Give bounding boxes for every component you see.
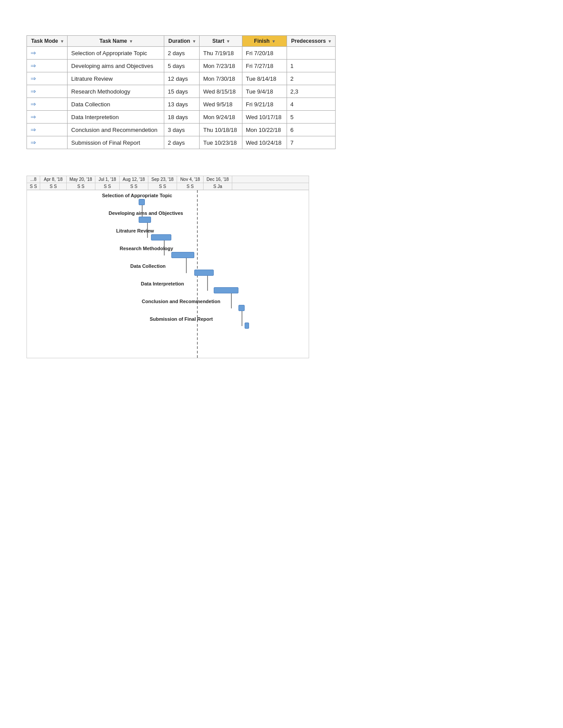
gantt-bar <box>171 252 194 258</box>
gantt-bar <box>245 323 249 329</box>
predecessors-cell: 5 <box>287 111 335 124</box>
col-header-taskMode: Task Mode ▾ <box>27 36 68 47</box>
finish-cell: Wed 10/24/18 <box>242 136 287 149</box>
gantt-bar <box>238 305 245 311</box>
col-header-finish: Finish ▾ <box>242 36 287 47</box>
gantt-task-label: Data Interpretetion <box>141 281 184 286</box>
gantt-sub-header: S S <box>148 183 177 190</box>
finish-cell: Fri 9/21/18 <box>242 98 287 111</box>
gantt-task-label: Conclusion and Recommendetion <box>142 299 220 304</box>
start-cell: Mon 7/23/18 <box>200 60 242 72</box>
gantt-date-header: Apr 8, '18 <box>40 176 67 183</box>
task-name-cell: Conclusion and Recommendetion <box>68 124 164 136</box>
gantt-date-header: Jul 1, '18 <box>95 176 120 183</box>
task-mode-icon: ⇒ <box>30 100 36 108</box>
gantt-area: Selection of Appropriate TopicDeveloping… <box>27 190 309 358</box>
gantt-header-dates: ...8Apr 8, '18May 20, '18Jul 1, '18Aug 1… <box>27 176 309 183</box>
finish-cell: Mon 10/22/18 <box>242 124 287 136</box>
gantt-date-header: ...8 <box>27 176 40 183</box>
gantt-sub-header: S S <box>177 183 204 190</box>
table-row: ⇒Developing aims and Objectives5 daysMon… <box>27 60 336 72</box>
table-row: ⇒Research Methodology15 daysWed 8/15/18T… <box>27 85 336 98</box>
finish-cell: Fri 7/27/18 <box>242 60 287 72</box>
gantt-connector <box>207 276 208 291</box>
task-name-cell: Submission of Final Report <box>68 136 164 149</box>
task-mode-cell: ⇒ <box>27 47 68 60</box>
gantt-date-header: Nov 4, '18 <box>177 176 204 183</box>
gantt-sub-header: S S <box>95 183 120 190</box>
task-mode-cell: ⇒ <box>27 72 68 85</box>
start-cell: Thu 10/18/18 <box>200 124 242 136</box>
task-mode-cell: ⇒ <box>27 60 68 72</box>
gantt-bar <box>194 270 214 276</box>
finish-cell: Tue 8/14/18 <box>242 72 287 85</box>
task-name-cell: Data Collection <box>68 98 164 111</box>
gantt-date-header: Dec 16, '18 <box>204 176 232 183</box>
start-cell: Tue 10/23/18 <box>200 136 242 149</box>
col-header-predecessors: Predecessors ▾ <box>287 36 335 47</box>
task-mode-icon: ⇒ <box>30 126 36 134</box>
task-mode-cell: ⇒ <box>27 124 68 136</box>
gantt-bar <box>139 217 151 223</box>
gantt-bar <box>151 234 171 240</box>
start-cell: Wed 9/5/18 <box>200 98 242 111</box>
gantt-task-label: Submission of Final Report <box>150 316 213 322</box>
finish-cell: Tue 9/4/18 <box>242 85 287 98</box>
duration-cell: 5 days <box>164 60 200 72</box>
gantt-sub-header: S S <box>120 183 148 190</box>
gantt-sub-header: S S <box>40 183 67 190</box>
gantt-sub-header: S S <box>67 183 95 190</box>
gantt-date-header: Sep 23, '18 <box>148 176 177 183</box>
duration-cell: 3 days <box>164 124 200 136</box>
task-mode-icon: ⇒ <box>30 75 36 83</box>
task-mode-cell: ⇒ <box>27 85 68 98</box>
gantt-chart: ...8Apr 8, '18May 20, '18Jul 1, '18Aug 1… <box>26 176 309 358</box>
task-name-cell: Selection of Appropriate Topic <box>68 47 164 60</box>
task-mode-icon: ⇒ <box>30 49 36 57</box>
start-cell: Mon 9/24/18 <box>200 111 242 124</box>
predecessors-cell: 1 <box>287 60 335 72</box>
start-cell: Wed 8/15/18 <box>200 85 242 98</box>
duration-cell: 13 days <box>164 98 200 111</box>
gantt-sub-header: S Ja <box>204 183 232 190</box>
gantt-date-header: Aug 12, '18 <box>120 176 148 183</box>
task-name-cell: Developing aims and Objectives <box>68 60 164 72</box>
gantt-task-label: Selection of Appropriate Topic <box>102 193 172 198</box>
gantt-task-label: Litrature Review <box>116 228 154 233</box>
task-mode-cell: ⇒ <box>27 98 68 111</box>
col-header-duration: Duration ▾ <box>164 36 200 47</box>
project-table: Task Mode ▾Task Name ▾Duration ▾Start ▾F… <box>26 35 336 149</box>
task-mode-icon: ⇒ <box>30 87 36 95</box>
predecessors-cell: 4 <box>287 98 335 111</box>
gantt-connector <box>242 311 242 326</box>
duration-cell: 12 days <box>164 72 200 85</box>
table-row: ⇒Data Collection13 daysWed 9/5/18Fri 9/2… <box>27 98 336 111</box>
task-mode-icon: ⇒ <box>30 139 36 146</box>
gantt-task-label: Developing aims and Objectives <box>109 210 183 216</box>
predecessors-cell: 2 <box>287 72 335 85</box>
duration-cell: 2 days <box>164 47 200 60</box>
task-mode-icon: ⇒ <box>30 62 36 70</box>
gantt-bar <box>214 287 238 293</box>
gantt-task-label: Research Methodology <box>120 246 173 251</box>
gantt-task-label: Data Collection <box>130 263 166 269</box>
table-header-row: Task Mode ▾Task Name ▾Duration ▾Start ▾F… <box>27 36 336 47</box>
task-name-cell: Research Methodology <box>68 85 164 98</box>
col-header-start: Start ▾ <box>200 36 242 47</box>
duration-cell: 15 days <box>164 85 200 98</box>
duration-cell: 18 days <box>164 111 200 124</box>
table-row: ⇒Selection of Appropriate Topic2 daysThu… <box>27 47 336 60</box>
start-cell: Thu 7/19/18 <box>200 47 242 60</box>
table-body: ⇒Selection of Appropriate Topic2 daysThu… <box>27 47 336 149</box>
predecessors-cell: 2,3 <box>287 85 335 98</box>
gantt-bar <box>139 199 145 205</box>
table-row: ⇒Conclusion and Recommendetion3 daysThu … <box>27 124 336 136</box>
predecessors-cell: 6 <box>287 124 335 136</box>
finish-cell: Fri 7/20/18 <box>242 47 287 60</box>
table-row: ⇒Litrature Review12 daysMon 7/30/18Tue 8… <box>27 72 336 85</box>
finish-cell: Wed 10/17/18 <box>242 111 287 124</box>
task-mode-cell: ⇒ <box>27 136 68 149</box>
task-mode-icon: ⇒ <box>30 113 36 121</box>
table-row: ⇒Submission of Final Report2 daysTue 10/… <box>27 136 336 149</box>
task-mode-cell: ⇒ <box>27 111 68 124</box>
